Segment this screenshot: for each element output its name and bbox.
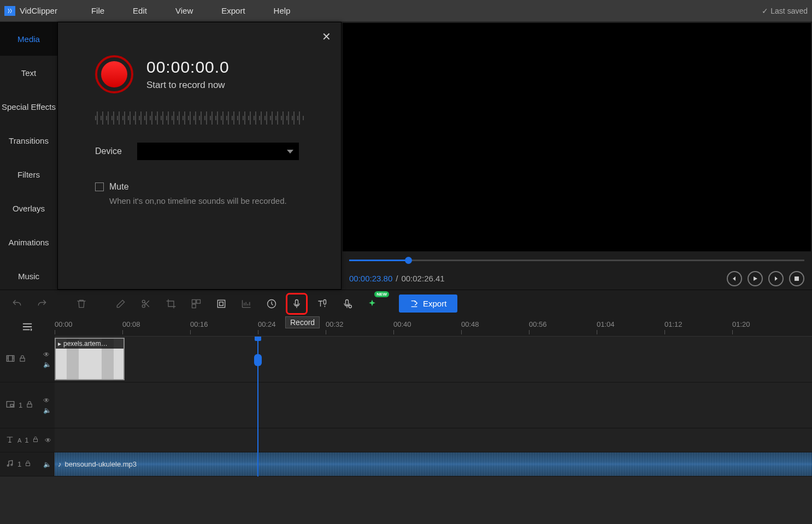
preview-progress-knob[interactable]: [405, 257, 412, 264]
eye-icon[interactable]: 👁: [43, 397, 51, 404]
redo-button[interactable]: [33, 295, 51, 313]
stop-button[interactable]: [789, 271, 804, 286]
device-label: Device: [95, 146, 122, 156]
sidebar-item-transitions[interactable]: Transitions: [0, 123, 57, 157]
sidebar-item-special-effects[interactable]: Special Effects: [0, 90, 57, 123]
left-sidebar: Media Text Special Effects Transitions F…: [0, 22, 57, 290]
record-dialog: ✕ 00:00:00.0 Start to record now Device …: [57, 22, 342, 290]
duration-button[interactable]: [262, 295, 281, 313]
export-button[interactable]: Export: [399, 295, 457, 313]
export-button-label: Export: [423, 299, 446, 308]
crop-button[interactable]: [162, 295, 180, 313]
freeze-frame-button[interactable]: [212, 295, 231, 313]
close-icon[interactable]: ✕: [322, 30, 331, 43]
svg-point-20: [11, 464, 13, 466]
mute-label: Mute: [109, 182, 129, 192]
ai-tools-button[interactable]: NEW: [363, 295, 381, 313]
ruler-tick: 00:48: [461, 320, 479, 328]
svg-rect-14: [20, 358, 25, 361]
record-button[interactable]: [95, 55, 133, 93]
menu-edit[interactable]: Edit: [119, 6, 161, 15]
record-dot-icon: [101, 61, 127, 87]
pip-track-icon: [5, 399, 15, 411]
menu-export[interactable]: Export: [207, 6, 259, 15]
pip-track-row: 1 👁 🔈: [0, 382, 812, 428]
video-track-row: 👁 🔈 ▸ pexels.artem…: [0, 337, 812, 382]
next-frame-button[interactable]: [768, 271, 784, 286]
ruler-tick: 00:40: [393, 320, 411, 328]
undo-button[interactable]: [8, 295, 26, 313]
svg-rect-6: [217, 300, 225, 307]
mute-description: When it's on,no timeline sounds will be …: [109, 196, 326, 205]
svg-rect-18: [33, 439, 37, 442]
app-name: VidClipper: [20, 6, 57, 15]
prev-frame-button[interactable]: [727, 271, 742, 286]
svg-rect-10: [323, 299, 326, 304]
preview-progress[interactable]: [349, 260, 804, 261]
preview-video[interactable]: [343, 23, 811, 251]
menu-help[interactable]: Help: [260, 6, 305, 15]
sidebar-item-animations[interactable]: Animations: [0, 225, 57, 259]
timeline-toolbar: Record NEW Export: [0, 290, 812, 317]
svg-point-12: [349, 305, 351, 308]
video-clip[interactable]: ▸ pexels.artem…: [55, 338, 125, 380]
sidebar-item-text[interactable]: Text: [0, 56, 57, 90]
lock-icon[interactable]: [26, 401, 33, 410]
video-track-lane[interactable]: ▸ pexels.artem…: [55, 337, 812, 382]
speaker-icon[interactable]: 🔈: [43, 407, 51, 414]
play-button[interactable]: [748, 271, 763, 286]
svg-rect-16: [10, 404, 13, 407]
delete-button[interactable]: [72, 295, 91, 313]
eye-icon[interactable]: 👁: [45, 437, 51, 444]
audio-clip[interactable]: ♪ bensound-ukulele.mp3: [55, 452, 812, 476]
record-timer: 00:00:00.0: [146, 58, 230, 76]
timeline-ruler[interactable]: 00:00 00:08 00:16 00:24 00:32 00:40 00:4…: [55, 317, 812, 337]
pip-track-lane[interactable]: [55, 382, 812, 428]
lock-icon[interactable]: [32, 436, 39, 444]
preview-time-separator: /: [396, 274, 398, 283]
playhead-grip-icon[interactable]: [254, 354, 262, 366]
mute-checkbox[interactable]: Mute: [95, 182, 326, 192]
menu-file[interactable]: File: [77, 6, 119, 15]
video-clip-label: pexels.artem…: [63, 340, 108, 348]
ruler-tick: 00:00: [55, 320, 73, 328]
mosaic-button[interactable]: [187, 295, 205, 313]
text-to-speech-button[interactable]: [313, 295, 331, 313]
svg-point-19: [7, 465, 9, 467]
sidebar-item-filters[interactable]: Filters: [0, 157, 57, 191]
timeline: 00:00 00:08 00:16 00:24 00:32 00:40 00:4…: [0, 317, 812, 476]
text-track-lane[interactable]: [55, 428, 812, 452]
pip-track-index: 1: [19, 401, 22, 409]
device-select[interactable]: [137, 143, 299, 160]
ruler-tick: 00:32: [326, 320, 344, 328]
audio-track-lane[interactable]: ♪ bensound-ukulele.mp3: [55, 452, 812, 476]
ruler-tick: 01:20: [732, 320, 750, 328]
speaker-icon[interactable]: 🔈: [43, 361, 51, 368]
video-track-icon: [5, 354, 15, 365]
audio-clip-label: bensound-ukulele.mp3: [65, 460, 137, 468]
record-voiceover-button[interactable]: Record: [287, 295, 306, 313]
track-options-button[interactable]: [0, 317, 55, 337]
playhead[interactable]: [257, 337, 258, 476]
sidebar-item-music[interactable]: Music: [0, 259, 57, 293]
sidebar-item-overlays[interactable]: Overlays: [0, 191, 57, 225]
svg-rect-11: [346, 299, 349, 305]
checkbox-icon: [95, 182, 104, 191]
speech-to-text-button[interactable]: [338, 295, 356, 313]
edit-button[interactable]: [111, 295, 130, 313]
new-badge: NEW: [374, 291, 389, 297]
svg-rect-21: [26, 463, 30, 466]
preview-pane: 00:00:23.80 / 00:02:26.41: [342, 22, 812, 290]
lock-icon[interactable]: [19, 355, 26, 364]
speaker-icon[interactable]: 🔈: [43, 461, 51, 468]
eye-icon[interactable]: 👁: [43, 351, 51, 358]
zoom-button[interactable]: [237, 295, 256, 313]
split-button[interactable]: [137, 295, 155, 313]
svg-rect-3: [192, 299, 196, 303]
menu-view[interactable]: View: [161, 6, 207, 15]
lock-icon[interactable]: [25, 460, 31, 468]
sidebar-item-media[interactable]: Media: [0, 22, 57, 56]
last-saved-status: ✓ Last saved: [762, 7, 808, 15]
ruler-tick: 00:08: [122, 320, 140, 328]
preview-progress-fill: [349, 260, 408, 261]
